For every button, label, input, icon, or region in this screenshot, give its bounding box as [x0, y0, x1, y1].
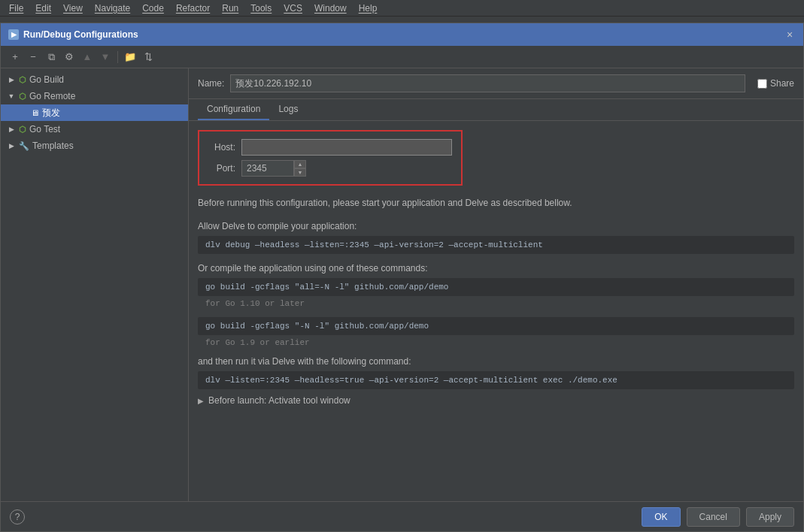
name-input[interactable]: [230, 74, 745, 92]
yufa-icon: 🖥: [31, 108, 39, 117]
open-folder-button[interactable]: 📁: [122, 49, 138, 65]
cmd-go19: go build -gcflags "-N -l" github.com/app…: [198, 317, 794, 335]
host-port-section: Host: Port: ▲ ▼: [198, 130, 463, 186]
port-spin-down[interactable]: ▼: [294, 168, 306, 177]
remove-configuration-button[interactable]: −: [25, 49, 41, 65]
share-container: Share: [757, 78, 794, 89]
tree-arrow-go-test: ▶: [7, 125, 16, 134]
menu-file[interactable]: File: [3, 2, 29, 15]
menu-code[interactable]: Code: [136, 2, 170, 15]
name-row: Name: Share: [189, 68, 803, 99]
tree-item-go-remote[interactable]: ▼ ⬡ Go Remote: [1, 88, 188, 104]
apply-button[interactable]: Apply: [746, 507, 794, 527]
port-spin-buttons: ▲ ▼: [294, 160, 306, 177]
tree-label-go-build: Go Build: [29, 74, 64, 85]
add-configuration-button[interactable]: +: [7, 49, 23, 65]
host-label: Host:: [208, 142, 235, 153]
go-remote-icon: ⬡: [19, 92, 26, 101]
tree-arrow-go-build: ▶: [7, 75, 16, 84]
tree-label-go-test: Go Test: [29, 124, 60, 135]
ok-button[interactable]: OK: [642, 507, 680, 527]
close-button[interactable]: ×: [784, 29, 796, 41]
tree-arrow-yufa: [19, 108, 28, 117]
tree-arrow-templates: ▶: [7, 141, 16, 150]
cmd-go110-comment: for Go 1.10 or later: [198, 299, 794, 308]
settings-button[interactable]: ⚙: [61, 49, 77, 65]
menu-help[interactable]: Help: [353, 2, 384, 15]
port-label: Port:: [208, 163, 235, 174]
run-debug-dialog: ▶ Run/Debug Configurations × + − ⧉ ⚙ ▲ ▼…: [0, 23, 804, 532]
go-build-icon: ⬡: [19, 75, 26, 85]
menu-tools[interactable]: Tools: [244, 2, 278, 15]
sort-button[interactable]: ⇅: [140, 49, 156, 65]
cancel-button[interactable]: Cancel: [687, 507, 740, 527]
tree-item-templates[interactable]: ▶ 🔧 Templates: [1, 138, 188, 154]
copy-configuration-button[interactable]: ⧉: [43, 49, 59, 65]
then-run-cmd: dlv —listen=:2345 —headless=true —api-ve…: [198, 371, 794, 389]
menu-window[interactable]: Window: [308, 2, 353, 15]
move-up-button[interactable]: ▲: [79, 49, 96, 65]
menubar: File Edit View Navigate Code Refactor Ru…: [0, 0, 804, 17]
tab-logs[interactable]: Logs: [269, 99, 307, 120]
right-panel: Name: Share Configuration Logs Host:: [189, 68, 803, 501]
dialog-titlebar: ▶ Run/Debug Configurations ×: [1, 23, 803, 46]
host-row: Host:: [208, 139, 452, 156]
go-test-icon: ⬡: [19, 125, 26, 135]
allow-delve-cmd: dlv debug —headless —listen=:2345 —api-v…: [198, 236, 794, 254]
config-content: Host: Port: ▲ ▼: [189, 121, 803, 501]
left-panel: ▶ ⬡ Go Build ▼ ⬡ Go Remote 🖥 预发 ▶ ⬡ Go T…: [1, 68, 189, 501]
menu-navigate[interactable]: Navigate: [89, 2, 136, 15]
tree-item-go-test[interactable]: ▶ ⬡ Go Test: [1, 121, 188, 138]
menu-run[interactable]: Run: [216, 2, 244, 15]
menu-edit[interactable]: Edit: [29, 2, 57, 15]
tab-bar: Configuration Logs: [189, 99, 803, 121]
templates-icon: 🔧: [19, 141, 29, 151]
share-label: Share: [770, 78, 794, 89]
host-input[interactable]: [241, 139, 452, 156]
bottom-left: ?: [10, 509, 25, 524]
bottom-right: OK Cancel Apply: [642, 507, 794, 527]
dialog-title-text: Run/Debug Configurations: [23, 29, 138, 40]
before-launch-arrow-icon[interactable]: ▶: [198, 397, 204, 405]
dialog-title-container: ▶ Run/Debug Configurations: [8, 29, 138, 40]
before-launch-section: ▶ Before launch: Activate tool window: [198, 395, 794, 406]
help-button[interactable]: ?: [10, 509, 25, 524]
toolbar-separator: [117, 51, 118, 63]
menu-vcs[interactable]: VCS: [278, 2, 308, 15]
port-spin-up[interactable]: ▲: [294, 160, 306, 168]
share-checkbox[interactable]: [757, 79, 767, 89]
port-row: Port: ▲ ▼: [208, 160, 452, 177]
name-label: Name:: [198, 78, 224, 89]
move-down-button[interactable]: ▼: [97, 49, 114, 65]
port-input[interactable]: [241, 160, 294, 177]
dialog-title-icon: ▶: [8, 29, 19, 40]
tree-label-templates: Templates: [32, 141, 74, 151]
config-description: Before running this configuration, pleas…: [198, 196, 794, 210]
dialog-toolbar: + − ⧉ ⚙ ▲ ▼ 📁 ⇅: [1, 46, 803, 68]
before-launch-label: Before launch: Activate tool window: [208, 395, 350, 406]
cmd-go19-comment: for Go 1.9 or earlier: [198, 338, 794, 347]
then-run-heading: and then run it via Delve with the follo…: [198, 356, 794, 367]
tree-label-yufa: 预发: [42, 107, 60, 119]
tree-item-go-build[interactable]: ▶ ⬡ Go Build: [1, 71, 188, 88]
menu-view[interactable]: View: [57, 2, 89, 15]
or-compile-heading: Or compile the application using one of …: [198, 263, 794, 274]
tab-configuration[interactable]: Configuration: [198, 99, 269, 120]
tree-item-yufa[interactable]: 🖥 预发: [1, 104, 188, 121]
tree-label-go-remote: Go Remote: [29, 91, 75, 101]
port-spinner-container: ▲ ▼: [241, 160, 306, 177]
bottom-bar: ? OK Cancel Apply: [1, 501, 803, 531]
allow-delve-heading: Allow Delve to compile your application:: [198, 221, 794, 231]
tree-arrow-go-remote: ▼: [7, 92, 16, 101]
cmd-go110: go build -gcflags "all=-N -l" github.com…: [198, 278, 794, 296]
main-content: ▶ ⬡ Go Build ▼ ⬡ Go Remote 🖥 预发 ▶ ⬡ Go T…: [1, 68, 803, 501]
menu-refactor[interactable]: Refactor: [170, 2, 216, 15]
